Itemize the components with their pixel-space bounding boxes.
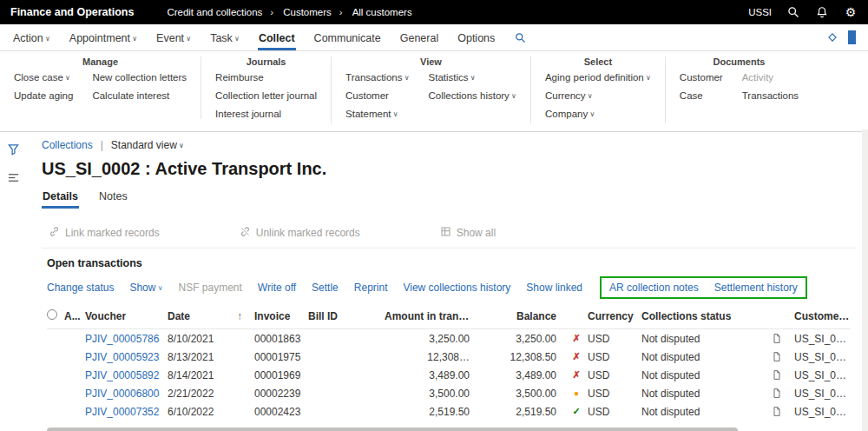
menubar-right [825,30,856,44]
invoice-column-header[interactable]: Invoice [254,310,308,322]
page-content: Collections | Standard view US_SI_0002 :… [0,132,868,431]
voucher-link[interactable]: PJIV_00006800 [85,388,168,400]
table-row[interactable]: PJIV_00006800 2/21/2022 00002239 3,500.0… [47,384,851,402]
breadcrumb-module[interactable]: Credit and collections [165,7,281,17]
document-icon[interactable] [772,333,794,344]
ribbon-item-statistics[interactable]: Statistics [429,72,516,87]
collections-back-link[interactable]: Collections [42,139,93,151]
ribbon-item-documents-case[interactable]: Case [680,90,723,105]
table-row[interactable]: PJIV_00005923 8/13/2021 00001975 12,308…… [47,348,851,366]
ribbon-item-currency[interactable]: Currency [545,90,651,105]
menu-tab-collect[interactable]: Collect [258,25,296,50]
app-title[interactable]: Finance and Operations [10,6,134,18]
action-settlement-history[interactable]: Settlement history [714,282,798,294]
currency-column-header[interactable]: Currency [588,310,641,322]
menu-tab-general[interactable]: General [399,25,439,50]
balance-cell: 3,250.00 [478,333,565,345]
amount-cell: 3,500.00 [385,388,478,400]
menu-tab-communicate[interactable]: Communicate [313,25,382,50]
collections-status-cell: Not disputed [641,369,772,381]
amount-column-header[interactable]: Amount in transact... [385,310,478,322]
unlink-marked-records-button: Unlink marked records [240,226,360,240]
view-selector[interactable]: Standard view [111,139,184,151]
ribbon-group-manage: Manage Close case Update aging New colle… [0,56,201,119]
vertical-scrollbar[interactable] [862,129,868,431]
view-separator: | [101,139,103,151]
menu-tab-task[interactable]: Task [209,25,240,50]
side-panel-icon[interactable] [848,30,856,44]
table-row[interactable]: PJIV_00007352 6/10/2022 00002423 2,519.5… [47,402,851,421]
action-show-linked[interactable]: Show linked [526,282,582,294]
menu-tab-event[interactable]: Event [155,25,192,50]
table-row[interactable]: PJIV_00005786 8/10/2021 00001863 3,250.0… [47,329,851,348]
breadcrumb-page[interactable]: All customers [351,7,414,17]
table-row[interactable]: PJIV_00005892 8/14/2021 00001969 3,489.0… [47,366,851,384]
menu-tab-options[interactable]: Options [457,25,496,50]
ribbon-item-new-collection-letters[interactable]: New collection letters [92,72,187,87]
breadcrumb-area[interactable]: Customers [281,7,350,17]
action-nsf-payment: NSF payment [179,282,242,294]
action-view-collections-history[interactable]: View collections history [403,282,510,294]
action-show[interactable]: Show [129,282,162,294]
action-change-status[interactable]: Change status [47,282,114,294]
ribbon-search-icon[interactable] [513,30,527,44]
personalization-diamond-icon[interactable] [825,30,839,44]
action-write-off[interactable]: Write off [258,282,296,294]
action-ar-collection-notes[interactable]: AR collection notes [609,282,699,294]
left-tool-strip [0,132,26,431]
bell-icon[interactable] [815,5,829,19]
pane-toggle-icon[interactable] [7,171,20,184]
balance-status-icon: ✓ [565,406,588,417]
filter-funnel-icon[interactable] [7,143,20,156]
ribbon-item-company[interactable]: Company [545,109,651,123]
ribbon-item-collections-history[interactable]: Collections history [429,90,516,105]
settings-gear-icon[interactable]: ⚙ [844,5,858,19]
ribbon-group-title: Journals [215,56,317,67]
view-bar: Collections | Standard view [42,139,856,151]
tab-notes[interactable]: Notes [98,187,128,209]
voucher-column-header[interactable]: Voucher [85,310,168,322]
voucher-link[interactable]: PJIV_00005892 [85,369,168,381]
document-icon[interactable] [772,369,794,381]
ribbon-item-aging-period-definition[interactable]: Aging period definition [545,72,651,87]
select-all-checkbox[interactable] [47,309,64,322]
document-icon[interactable] [772,406,794,417]
bill-id-column-header[interactable]: Bill ID [308,310,385,322]
horizontal-scrollbar-thumb[interactable] [47,428,738,431]
menu-tab-action[interactable]: Action [12,25,51,50]
ribbon-item-documents-transactions[interactable]: Transactions [742,90,799,105]
company-badge[interactable]: USSI [748,7,772,17]
customer-account-column-header[interactable]: Customer account [794,310,851,322]
collections-status-cell: Not disputed [641,333,772,345]
ribbon-item-documents-customer[interactable]: Customer [680,72,723,87]
attachments-column-header[interactable]: A... [64,310,85,322]
date-column-header[interactable]: Date ↑ [168,310,254,322]
ribbon-item-statement[interactable]: Statement [345,109,409,123]
ribbon-item-reimburse[interactable]: Reimburse [215,72,317,87]
voucher-link[interactable]: PJIV_00005786 [85,333,168,345]
document-icon[interactable] [772,351,794,362]
currency-cell: USD [588,351,641,363]
action-settle[interactable]: Settle [312,282,339,294]
action-reprint[interactable]: Reprint [354,282,388,294]
balance-column-header[interactable]: Balance [478,310,565,322]
ribbon-item-collection-letter-journal[interactable]: Collection letter journal [215,90,317,105]
ribbon-group-title: Documents [680,56,799,67]
ribbon-item-customer[interactable]: Customer [345,90,409,105]
voucher-link[interactable]: PJIV_00005923 [85,351,168,363]
ribbon-item-transactions[interactable]: Transactions [345,72,409,87]
ribbon-group-view: View Transactions Customer Statement Sta… [332,56,531,123]
show-all-label: Show all [457,227,496,239]
tab-details[interactable]: Details [42,187,79,209]
menu-tab-appointment[interactable]: Appointment [69,25,138,50]
voucher-link[interactable]: PJIV_00007352 [85,406,168,418]
date-cell: 8/14/2021 [168,369,254,381]
search-icon[interactable] [786,5,800,19]
collections-status-column-header[interactable]: Collections status [641,310,772,322]
ribbon-group-title: Manage [14,56,187,67]
ribbon-item-calculate-interest[interactable]: Calculate interest [92,90,187,105]
document-icon[interactable] [772,388,794,399]
ribbon-item-close-case[interactable]: Close case [14,72,73,87]
ribbon-item-update-aging[interactable]: Update aging [14,90,73,105]
ribbon-item-interest-journal[interactable]: Interest journal [215,109,317,123]
